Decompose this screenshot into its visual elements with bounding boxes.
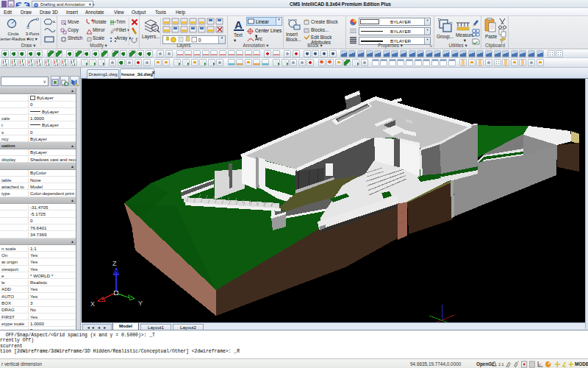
svg-text:Y: Y — [138, 300, 143, 307]
svg-text:Z: Z — [112, 260, 117, 267]
svg-text:X: X — [90, 300, 95, 308]
svg-text:1:1: 1:1 — [498, 362, 504, 367]
